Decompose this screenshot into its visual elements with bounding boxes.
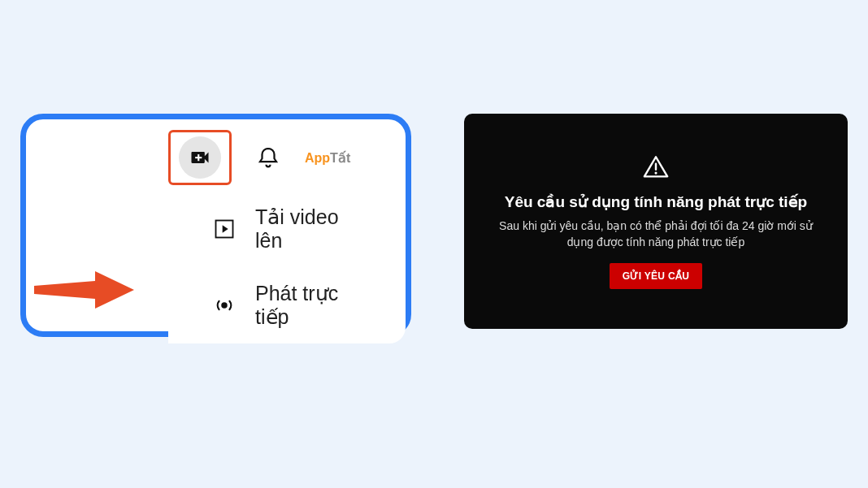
live-broadcast-icon [213,294,236,317]
upload-play-icon [213,218,236,240]
topbar: AppTất [168,129,397,186]
notifications-icon[interactable] [256,145,280,170]
svg-rect-1 [197,154,199,161]
svg-marker-4 [34,271,134,309]
upload-video-item[interactable]: Tải video lên [168,191,406,267]
go-live-label: Phát trực tiếp [255,282,361,329]
create-button-highlight [168,130,232,185]
create-video-icon [189,146,211,169]
svg-point-6 [654,171,657,174]
create-menu-panel: AppTất Tải video lên Phát trực tiếp [20,114,411,337]
create-button[interactable] [179,136,221,179]
dialog-title: Yêu cầu sử dụng tính năng phát trực tiếp [505,192,807,211]
apptat-logo: AppTất [305,150,350,166]
pointer-arrow-icon [30,270,136,310]
create-dropdown-menu: Tải video lên Phát trực tiếp [168,191,406,343]
live-request-dialog: Yêu cầu sử dụng tính năng phát trực tiếp… [464,114,848,329]
send-request-button[interactable]: GỬI YÊU CẦU [610,263,702,289]
upload-video-label: Tải video lên [255,205,361,253]
svg-point-3 [221,302,227,308]
dialog-description: Sau khi gửi yêu cầu, bạn có thể phải đợi… [488,218,823,251]
warning-triangle-icon [642,153,670,181]
go-live-item[interactable]: Phát trực tiếp [168,267,406,343]
